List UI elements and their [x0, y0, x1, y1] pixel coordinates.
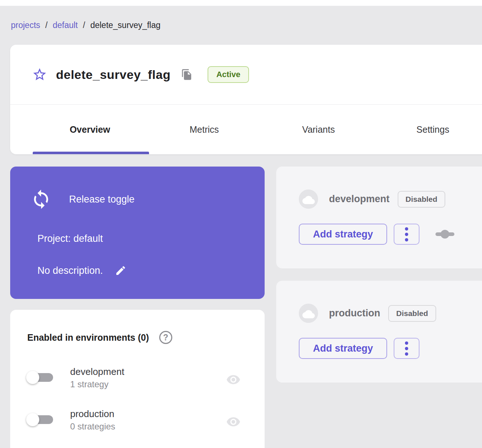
- page-title: delete_survey_flag: [56, 68, 170, 82]
- favorite-star-icon[interactable]: [32, 67, 47, 82]
- description-row: No description.: [37, 264, 127, 277]
- environment-row-strategies: 1 strategy: [70, 378, 124, 391]
- toggle-production[interactable]: [25, 409, 54, 430]
- flag-title-row: delete_survey_flag Active: [32, 45, 249, 104]
- avatar: [299, 189, 318, 209]
- tab-variants[interactable]: Variants: [261, 105, 376, 154]
- environment-status-badge: Disabled: [388, 305, 436, 322]
- toggle-thumb: [26, 371, 39, 384]
- kebab-icon: [405, 347, 408, 350]
- help-icon[interactable]: ?: [159, 331, 172, 344]
- environment-name: development: [329, 193, 390, 205]
- release-toggle-header: Release toggle: [31, 189, 134, 210]
- tab-metrics[interactable]: Metrics: [147, 105, 262, 154]
- environment-card-development: development Disabled Add strategy: [276, 167, 482, 268]
- kebab-icon: [405, 352, 408, 356]
- environment-row-text: production 0 strategies: [70, 407, 115, 433]
- add-strategy-button[interactable]: Add strategy: [299, 224, 387, 245]
- environment-header: development Disabled: [299, 189, 445, 209]
- breadcrumb-default[interactable]: default: [53, 20, 78, 30]
- kebab-icon: [405, 341, 408, 345]
- cloud-icon: [302, 308, 315, 320]
- enabled-environments-title: Enabled in environments (0): [27, 332, 149, 343]
- cloud-icon: [302, 194, 315, 206]
- more-options-button[interactable]: [394, 224, 419, 245]
- enabled-environments-header: Enabled in environments (0) ?: [27, 331, 172, 344]
- breadcrumb-current: delete_survey_flag: [90, 20, 160, 30]
- status-badge: Active: [208, 66, 249, 83]
- more-options-button[interactable]: [394, 338, 419, 359]
- slider-icon[interactable]: [435, 229, 454, 239]
- environment-header: production Disabled: [299, 304, 436, 323]
- avatar: [299, 304, 318, 323]
- edit-description-icon[interactable]: [115, 264, 127, 277]
- loop-icon: [31, 189, 52, 210]
- environment-card-production: production Disabled Add strategy: [276, 281, 482, 383]
- environment-row-text: development 1 strategy: [70, 365, 124, 391]
- tab-overview[interactable]: Overview: [33, 105, 147, 154]
- tab-settings[interactable]: Settings: [376, 105, 482, 154]
- copy-name-icon[interactable]: [181, 68, 193, 81]
- kebab-icon: [405, 233, 408, 236]
- top-strip: [0, 0, 482, 6]
- active-tab-indicator: [33, 152, 149, 154]
- environment-actions: Add strategy: [299, 338, 419, 359]
- environment-row-name: production: [70, 407, 115, 420]
- environment-name: production: [329, 308, 380, 319]
- breadcrumb: projects / default / delete_survey_flag: [11, 20, 160, 30]
- slider-knob: [441, 230, 449, 239]
- add-strategy-button[interactable]: Add strategy: [299, 338, 387, 359]
- toggle-development[interactable]: [25, 367, 54, 388]
- release-toggle-card: Release toggle Project: default No descr…: [10, 167, 265, 299]
- kebab-icon: [405, 238, 408, 241]
- breadcrumb-separator: /: [83, 20, 85, 30]
- flag-type-label: Release toggle: [69, 194, 134, 205]
- environment-toggle-row-production: production 0 strategies: [25, 407, 254, 436]
- environment-status-badge: Disabled: [398, 191, 446, 208]
- project-label: Project: default: [37, 233, 103, 244]
- enabled-environments-card: Enabled in environments (0) ? developmen…: [10, 310, 265, 448]
- tab-bar: Overview Metrics Variants Settings: [10, 105, 482, 154]
- kebab-icon: [405, 227, 408, 231]
- environment-actions: Add strategy: [299, 224, 454, 245]
- environment-toggle-row-development: development 1 strategy: [25, 365, 254, 394]
- breadcrumb-projects[interactable]: projects: [11, 20, 40, 30]
- description-label: No description.: [37, 265, 103, 276]
- environment-row-name: development: [70, 365, 124, 378]
- environment-row-strategies: 0 strategies: [70, 420, 115, 433]
- visibility-eye-icon[interactable]: [226, 372, 241, 387]
- breadcrumb-separator: /: [45, 20, 48, 30]
- flag-header-card: delete_survey_flag Active Overview Metri…: [10, 45, 482, 154]
- visibility-eye-icon[interactable]: [226, 415, 241, 429]
- toggle-thumb: [26, 413, 39, 426]
